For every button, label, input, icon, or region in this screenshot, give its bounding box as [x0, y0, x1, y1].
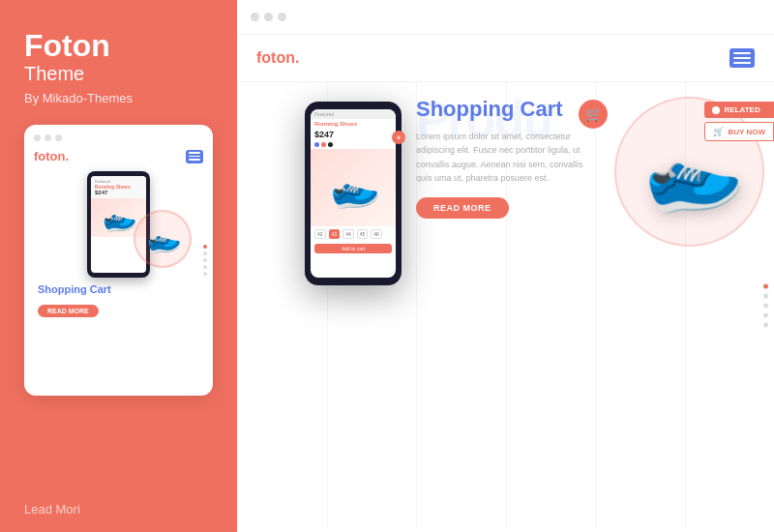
center-phone: Featured Running Shoes $247 👟 42 — [305, 102, 402, 285]
mini-scroll-dot-5 — [203, 272, 207, 276]
mini-shoe-circle-icon: 👟 — [141, 219, 184, 260]
cp-size-46[interactable]: 46 — [371, 229, 382, 239]
mini-read-more-btn[interactable]: READ MORE — [38, 305, 99, 317]
cp-featured-label: Featured — [311, 109, 396, 119]
mini-shoe-circle: 👟 — [134, 210, 192, 268]
related-label: RELATED — [724, 105, 759, 114]
browser-dot-1 — [251, 13, 259, 21]
read-more-button[interactable]: READ MORE — [416, 197, 509, 219]
cp-color-blue — [314, 142, 319, 147]
mini-dot-1 — [34, 134, 41, 141]
site-main: Produ Featured Running Shoes $247 — [237, 82, 774, 529]
mini-scroll-dots — [203, 245, 207, 276]
mini-price: $247 — [95, 190, 142, 195]
nav-dot-3[interactable] — [763, 304, 768, 309]
right-panel: foton. Produ Featured — [237, 0, 774, 532]
cp-add-btn[interactable]: + — [392, 131, 405, 144]
mini-content: Shopping Cart READ MORE — [34, 283, 203, 317]
center-phone-wrapper: Featured Running Shoes $247 👟 42 — [305, 102, 402, 285]
mini-dot-2 — [45, 134, 51, 141]
related-button[interactable]: RELATED — [704, 102, 774, 118]
browser-dot-2 — [264, 13, 273, 21]
nav-dots — [763, 284, 768, 328]
cp-price: $247 — [311, 129, 396, 140]
cp-colors — [311, 140, 396, 149]
browser-bar — [237, 0, 774, 35]
cp-size-45[interactable]: 45 — [357, 229, 369, 239]
mini-site-logo: foton. — [34, 149, 69, 163]
mini-window-dots — [34, 134, 203, 141]
mini-header: foton. — [34, 149, 203, 163]
cp-color-dark — [328, 142, 333, 147]
mini-scroll-dot-3 — [203, 258, 207, 262]
mini-scroll-dot-2 — [203, 251, 207, 255]
website-content: foton. Produ Featured — [237, 35, 774, 532]
nav-dot-5[interactable] — [763, 323, 768, 328]
by-line: By Mikado-Themes — [24, 91, 213, 105]
brand-title: Foton — [24, 29, 213, 63]
nav-dot-4[interactable] — [763, 313, 768, 318]
site-menu-button[interactable] — [729, 48, 755, 68]
mini-scroll-dot-4 — [203, 265, 207, 269]
cp-product-title: Running Shoes — [311, 119, 396, 129]
mini-hamburger-icon — [186, 150, 203, 163]
cart-icon: 🛒 — [585, 106, 602, 122]
cp-add-to-cart[interactable]: Add to cart — [314, 244, 392, 253]
mini-shopping-cart-title: Shopping Cart — [38, 283, 199, 295]
brand-subtitle: Theme — [24, 63, 213, 85]
left-panel: Foton Theme By Mikado-Themes foton. Feat… — [0, 0, 237, 532]
browser-dots — [251, 13, 286, 21]
mini-scroll-dot-1 — [203, 245, 207, 249]
lead-mori-text: Lead Mori — [24, 502, 80, 517]
center-phone-screen: Featured Running Shoes $247 👟 42 — [311, 109, 396, 278]
cp-sizes: 42 43 44 45 46 — [311, 226, 396, 242]
browser-dot-3 — [278, 13, 286, 21]
side-buttons: RELATED 🛒 BUY NOW — [704, 102, 774, 141]
text-content: Shopping Cart Lorem ipsum dolor sit amet… — [416, 97, 600, 219]
mini-phone-featured: Featured Running Shoes $247 — [91, 176, 146, 198]
related-icon — [712, 106, 720, 114]
mini-dot-3 — [55, 134, 62, 141]
cp-size-42[interactable]: 42 — [314, 229, 326, 239]
cart-description: Lorem ipsum dolor sit amet, consectetur … — [416, 130, 600, 186]
site-header: foton. — [237, 35, 774, 82]
cp-color-red — [321, 142, 326, 147]
site-logo: foton. — [256, 49, 299, 67]
cp-shoe-icon: 👟 — [322, 158, 383, 217]
mini-preview-card: foton. Featured Running Shoes $247 👟 — [24, 125, 213, 396]
shopping-cart-title: Shopping Cart — [416, 97, 600, 122]
mini-phone-wrapper: Featured Running Shoes $247 👟 👟 — [34, 171, 203, 278]
cart-icon-circle[interactable]: 🛒 — [579, 100, 608, 129]
cp-size-43[interactable]: 43 — [329, 229, 341, 239]
buy-icon: 🛒 — [713, 127, 724, 136]
buy-now-button[interactable]: 🛒 BUY NOW — [704, 122, 774, 141]
nav-dot-2[interactable] — [763, 294, 768, 299]
cp-shoe-area: 👟 — [311, 149, 396, 226]
buy-now-label: BUY NOW — [728, 128, 765, 136]
cp-size-44[interactable]: 44 — [342, 229, 354, 239]
nav-dot-1[interactable] — [763, 284, 768, 289]
